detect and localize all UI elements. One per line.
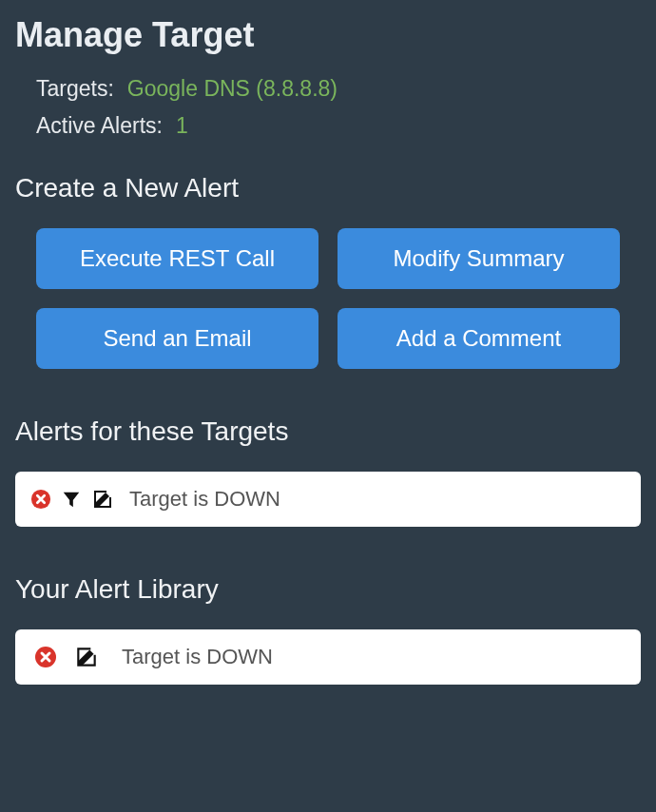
create-alert-buttons: Execute REST Call Modify Summary Send an… [15,228,641,369]
edit-icon[interactable] [74,645,99,669]
library-row[interactable]: Target is DOWN [15,629,641,685]
alerts-for-targets-title: Alerts for these Targets [15,416,641,447]
filter-icon[interactable] [61,489,82,510]
send-email-button[interactable]: Send an Email [36,308,318,369]
targets-value[interactable]: Google DNS (8.8.8.8) [127,76,338,102]
active-alerts-value[interactable]: 1 [176,113,188,139]
remove-icon[interactable] [34,646,57,668]
active-alerts-label: Active Alerts: [36,113,163,139]
page-title: Manage Target [15,15,641,55]
execute-rest-call-button[interactable]: Execute REST Call [36,228,318,289]
alert-label: Target is DOWN [129,487,280,512]
library-alert-label: Target is DOWN [122,645,273,669]
modify-summary-button[interactable]: Modify Summary [338,228,620,289]
targets-row: Targets: Google DNS (8.8.8.8) [36,76,641,102]
alert-row[interactable]: Target is DOWN [15,472,641,527]
target-meta-block: Targets: Google DNS (8.8.8.8) Active Ale… [15,76,641,139]
remove-icon[interactable] [30,489,51,510]
edit-icon[interactable] [91,488,114,511]
alert-library-title: Your Alert Library [15,574,641,605]
create-alert-title: Create a New Alert [15,173,641,203]
active-alerts-row: Active Alerts: 1 [36,113,641,139]
targets-label: Targets: [36,76,114,102]
add-comment-button[interactable]: Add a Comment [338,308,620,369]
